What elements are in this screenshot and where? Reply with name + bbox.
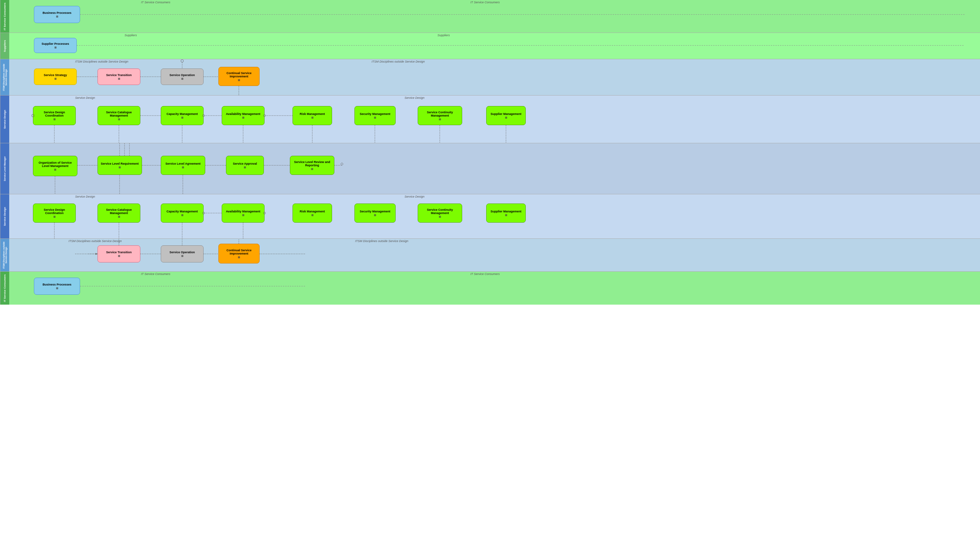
expand-icon-ava1: ⊞: [242, 116, 244, 119]
security-management-top[interactable]: Security Management ⊞: [355, 106, 396, 125]
svg-marker-28: [340, 163, 343, 165]
section-header-sd-bottom-left: Service Design: [75, 195, 95, 198]
expand-icon-risk2: ⊞: [311, 214, 313, 217]
lane-service-design-bottom: Service Design Service Design Service De…: [0, 194, 980, 239]
risk-management-bottom[interactable]: Risk Management ⊞: [293, 204, 332, 223]
expand-icon-scont2: ⊞: [439, 215, 441, 218]
service-continuity-management-top[interactable]: Service Continuity Management ⊞: [418, 106, 462, 125]
lane-service-level-manager: Service Level Manager Organization of Se…: [0, 143, 980, 194]
section-header-itsm-top-left: ITSM Disciplines outside Service Design: [75, 60, 129, 63]
section-header-sd-bottom-right: Service Design: [404, 195, 425, 198]
expand-icon-bp1: ⊞: [56, 15, 58, 18]
service-level-requirement[interactable]: Service Level Requirement ⊞: [97, 156, 142, 175]
section-header-it-consumers-left: IT Service Consumers: [141, 1, 170, 4]
service-continuity-management-bottom[interactable]: Service Continuity Management ⊞: [418, 204, 462, 223]
business-processes-bottom[interactable]: Business Processes ⊞: [34, 278, 80, 295]
service-level-agreement[interactable]: Service Level Agreement ⊞: [161, 156, 205, 175]
service-operation-bottom[interactable]: Service Operation ⊞: [161, 245, 204, 262]
section-header-it-consumers-bottom-right: IT Service Consumers: [470, 272, 500, 276]
section-header-it-consumers-bottom-left: IT Service Consumers: [141, 272, 170, 276]
expand-icon-bp2: ⊞: [56, 287, 58, 290]
service-catalogue-management-bottom[interactable]: Service Catalogue Management ⊞: [97, 204, 140, 223]
lane-itsm-top: ITSM Disciplines outside Service Design …: [0, 59, 980, 95]
org-service-level-management[interactable]: Organization of Service Level Management…: [33, 156, 77, 176]
expand-icon-ava2: ⊞: [242, 214, 244, 217]
expand-icon-supm2: ⊞: [505, 214, 507, 217]
service-catalogue-management-top[interactable]: Service Catalogue Management ⊞: [97, 106, 140, 125]
expand-icon-sp1: ⊞: [54, 46, 57, 49]
service-level-review-reporting[interactable]: Service Level Review and Reporting ⊞: [290, 156, 334, 175]
lane-it-service-consumers-top: IT Service Consumers IT Service Consumer…: [0, 0, 980, 33]
expand-icon-sla: ⊞: [182, 166, 184, 169]
expand-icon-slr: ⊞: [119, 166, 121, 169]
risk-management-top[interactable]: Risk Management ⊞: [293, 106, 332, 125]
expand-icon-scm1: ⊞: [118, 118, 120, 121]
expand-icon-st1: ⊞: [118, 77, 120, 80]
business-processes-top[interactable]: Business Processes ⊞: [34, 6, 80, 23]
expand-icon-sec1: ⊞: [374, 116, 376, 119]
lane-suppliers: Suppliers Suppliers Suppliers Supplier P…: [0, 33, 980, 59]
expand-icon-supm1: ⊞: [505, 116, 507, 119]
lane-label-service-design-top: Service Design: [0, 95, 9, 143]
lane-label-itsm-bottom: ITSM Disciplines outside Service Design: [0, 239, 9, 271]
service-design-coordination-bottom[interactable]: Service Design Coordination ⊞: [33, 204, 76, 223]
lane-label-service-level-manager: Service Level Manager: [0, 143, 9, 194]
service-operation-top[interactable]: Service Operation ⊞: [161, 68, 204, 85]
security-management-bottom[interactable]: Security Management ⊞: [355, 204, 396, 223]
expand-icon-csi1: ⊞: [238, 79, 240, 82]
continual-service-improvement-bottom[interactable]: Continual Service Improvement ⊞: [218, 244, 259, 264]
expand-icon-so2: ⊞: [181, 254, 183, 258]
expand-icon-sap: ⊞: [244, 166, 246, 169]
section-header-suppliers-right: Suppliers: [438, 33, 450, 37]
expand-icon-cap1: ⊞: [181, 116, 183, 119]
lane-it-service-consumers-bottom: IT Service Consumers IT Service Consumer…: [0, 272, 980, 305]
service-strategy-top[interactable]: Service Strategy ⊞: [34, 68, 77, 85]
capacity-management-top[interactable]: Capacity Management ⊞: [161, 106, 204, 125]
section-header-itsm-top-right: ITSM Disciplines outside Service Design: [372, 60, 425, 63]
section-header-suppliers-left: Suppliers: [124, 33, 137, 37]
expand-icon-oslm: ⊞: [54, 168, 56, 171]
section-header-itsm-bottom-left: ITSM Disciplines outside Service Design: [68, 239, 122, 243]
lane-label-suppliers: Suppliers: [0, 33, 9, 59]
expand-icon-scont1: ⊞: [439, 118, 441, 121]
expand-icon-risk1: ⊞: [311, 116, 313, 119]
expand-icon-st2: ⊞: [118, 254, 120, 258]
diagram-container: IT Service Consumers IT Service Consumer…: [0, 0, 980, 305]
expand-icon-sdc2: ⊞: [53, 215, 56, 218]
expand-icon-scm2: ⊞: [118, 215, 120, 218]
supplier-management-top[interactable]: Supplier Management ⊞: [486, 106, 526, 125]
expand-icon-so1: ⊞: [181, 77, 183, 80]
expand-icon-sec2: ⊞: [374, 214, 376, 217]
supplier-processes[interactable]: Supplier Processes ⊞: [34, 38, 77, 53]
svg-point-2: [181, 60, 183, 62]
section-header-sd-top-left: Service Design: [75, 96, 95, 99]
availability-management-bottom[interactable]: Availability Management ⊞: [222, 204, 264, 223]
supplier-management-bottom[interactable]: Supplier Management ⊞: [486, 204, 526, 223]
lane-itsm-bottom: ITSM Disciplines outside Service Design …: [0, 239, 980, 272]
lane-label-itsm-top: ITSM Disciplines outside Service Design: [0, 59, 9, 95]
expand-icon-cap2: ⊞: [181, 214, 183, 217]
expand-icon-csi2: ⊞: [238, 256, 240, 259]
expand-icon-slrr: ⊞: [311, 168, 313, 170]
lane-label-service-design-bottom: Service Design: [0, 194, 9, 239]
capacity-management-bottom[interactable]: Capacity Management ⊞: [161, 204, 204, 223]
section-header-it-consumers-right: IT Service Consumers: [470, 1, 500, 4]
lane-label-it-service-consumers-bottom: IT Service Consumers: [0, 272, 9, 305]
service-transition-top[interactable]: Service Transition ⊞: [97, 68, 140, 85]
section-header-sd-top-right: Service Design: [404, 96, 425, 99]
service-design-coordination-top[interactable]: Service Design Coordination ⊞: [33, 106, 76, 125]
service-approval[interactable]: Service Approval ⊞: [226, 156, 264, 175]
lane-service-design-top: Service Design Service Design Service De…: [0, 95, 980, 143]
service-transition-bottom[interactable]: Service Transition ⊞: [97, 245, 140, 262]
continual-service-improvement-top[interactable]: Continual Service Improvement ⊞: [218, 67, 259, 86]
expand-icon-ss1: ⊞: [54, 77, 57, 80]
lane-label-it-service-consumers-top: IT Service Consumers: [0, 0, 9, 33]
availability-management-top[interactable]: Availability Management ⊞: [222, 106, 264, 125]
section-header-itsm-bottom-right: ITSM Disciplines outside Service Design: [355, 239, 409, 243]
expand-icon-sdc1: ⊞: [53, 118, 56, 121]
